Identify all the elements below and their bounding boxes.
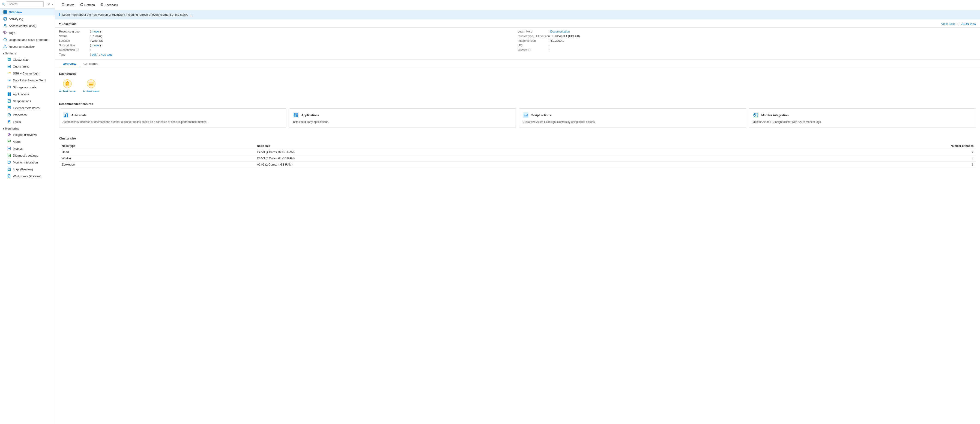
search-input[interactable] [7,2,44,7]
sidebar-item-metastores[interactable]: External metastores [0,105,55,111]
view-cost-link[interactable]: View Cost [941,22,955,25]
svg-point-12 [5,40,5,41]
monitoring-section-label: Monitoring [5,127,19,130]
info-banner: ℹ Learn more about the new version of HD… [56,10,980,19]
monitoring-section-header[interactable]: ▾ Monitoring [0,125,55,131]
data-lake-icon: DB [7,78,11,82]
feature-applications[interactable]: Applications Install third party applica… [289,108,516,127]
tags-icon [3,31,7,35]
settings-section-header[interactable]: ▾ Settings [0,50,55,56]
sidebar-item-metrics[interactable]: Metrics [0,145,55,152]
learn-more-colon: : [549,30,549,33]
tab-overview[interactable]: Overview [59,60,80,68]
tags-edit-link[interactable]: edit [92,53,96,56]
head-node-size: E4 V3 (4 Cores, 32 GB RAM) [254,149,690,155]
status-colon: : [90,35,91,38]
banner-text: Learn more about the new version of HDIn… [62,13,188,16]
sidebar-item-diagnose[interactable]: Diagnose and solve problems [0,36,55,43]
sidebar-item-label-diagnose: Diagnose and solve problems [9,38,48,41]
zookeeper-num-nodes: 3 [690,161,976,168]
table-row: Worker E8 V3 (8 Cores, 64 GB RAM) 4 [59,155,976,161]
essentials-row-rg: Resource group (move) : [59,30,518,34]
image-version-colon: : [549,39,549,43]
delete-button[interactable]: Delete [59,2,77,8]
cluster-size-table: Node type Node size Number of nodes Head… [59,143,976,168]
cluster-size-title: Cluster size [59,137,976,140]
svg-rect-62 [62,4,64,6]
sidebar-item-access-control[interactable]: Access control (IAM) [0,22,55,29]
feature-script-actions[interactable]: Script actions Customize Azure HDInsight… [519,108,746,127]
applications-feature-header: Applications [293,112,513,118]
svg-rect-26 [8,86,11,88]
tab-get-started[interactable]: Get started [80,60,102,68]
svg-rect-19 [8,59,11,60]
sidebar-item-overview[interactable]: Overview [0,8,55,16]
sidebar-item-tags[interactable]: Tags [0,29,55,36]
feedback-button[interactable]: Feedback [98,2,120,8]
sidebar-item-insights[interactable]: Insights (Preview) [0,131,55,138]
svg-rect-1 [5,10,7,12]
sidebar-item-script-actions[interactable]: Script actions [0,97,55,105]
refresh-button[interactable]: Refresh [78,2,97,8]
worker-node-size: E8 V3 (8 Cores, 64 GB RAM) [254,155,690,161]
banner-link[interactable]: → [190,13,193,16]
ambari-home-item[interactable]: Ambari home [59,79,75,93]
sidebar-item-label-iam: Access control (IAM) [9,24,37,28]
svg-point-39 [8,113,11,116]
essentials-divider: | [958,22,958,25]
collapse-sidebar-button[interactable]: « [51,2,53,6]
svg-text:DB: DB [8,79,11,81]
main-content: Delete Refresh Feedback ℹ Learn more abo… [56,0,980,424]
sidebar-item-workbooks[interactable]: Workbooks (Preview) [0,173,55,179]
close-search-button[interactable]: ✕ [47,2,50,6]
essentials-row-cluster-id: Cluster ID : [518,48,976,52]
metrics-icon [7,147,11,150]
search-icon: 🔍 [2,3,5,6]
essentials-row-learn-more: Learn More : Documentation [518,30,976,34]
recommended-section: Recommended features [56,98,980,133]
feature-auto-scale[interactable]: Auto scale Automatically increase or dec… [59,108,286,127]
sidebar-item-label-logs: Logs (Preview) [13,168,33,171]
json-view-link[interactable]: JSON View [961,22,976,25]
sidebar: 🔍 ✕ « Overview Activity log Access contr… [0,0,56,424]
status-value: Running [92,35,102,38]
sidebar-item-properties[interactable]: Properties [0,111,55,118]
sub-move-link[interactable]: move [92,44,99,47]
sidebar-item-logs[interactable]: Logs (Preview) [0,166,55,173]
sidebar-item-data-lake[interactable]: DB Data Lake Storage Gen1 [0,77,55,84]
applications-icon [7,92,11,96]
sidebar-item-monitor[interactable]: Monitor integration [0,159,55,166]
col-node-type: Node type [59,143,254,149]
svg-rect-36 [8,106,11,108]
ambari-views-item[interactable]: Ambari views [83,79,99,93]
svg-rect-15 [6,48,7,48]
documentation-link[interactable]: Documentation [550,30,570,33]
cluster-id-colon: : [549,48,549,52]
sidebar-item-quota[interactable]: Quota limits [0,63,55,70]
sidebar-item-locks[interactable]: Locks [0,118,55,125]
quota-icon [7,65,11,68]
sidebar-item-activity-log[interactable]: Activity log [0,16,55,22]
features-grid: Auto scale Automatically increase or dec… [59,108,976,127]
sidebar-item-storage-accounts[interactable]: Storage accounts [0,84,55,91]
applications-feature-desc: Install third party applications. [293,120,513,124]
sidebar-item-cluster-size[interactable]: Cluster size [0,56,55,63]
chevron-down-icon: ▾ [3,52,4,55]
feature-monitor-integration[interactable]: Monitor integration Monitor Azure HDInsi… [749,108,976,127]
sidebar-item-applications[interactable]: Applications [0,91,55,97]
essentials-grid: Resource group (move) : Status : Running… [56,28,980,60]
refresh-icon [80,3,83,7]
svg-rect-58 [8,175,10,178]
sidebar-item-resource-visualizer[interactable]: Resource visualizer [0,43,55,50]
sidebar-item-ssh[interactable]: SSH + Cluster login [0,70,55,77]
essentials-row-cluster-type: Cluster type, HDI version : Hadoop 3.1 (… [518,34,976,38]
content-area: ℹ Learn more about the new version of HD… [56,10,980,424]
image-version-value: 4.0.3000.1 [550,39,564,43]
essentials-label: Essentials [62,22,76,25]
add-tags-link[interactable]: Add tags [101,53,112,56]
sidebar-item-alerts[interactable]: Alerts [0,138,55,145]
rg-move-link[interactable]: move [92,30,99,33]
auto-scale-title: Auto scale [71,113,86,117]
sidebar-item-diagnostic[interactable]: Diagnostic settings [0,152,55,159]
cluster-type-value: Hadoop 3.1 (HDI 4.0) [552,35,580,38]
